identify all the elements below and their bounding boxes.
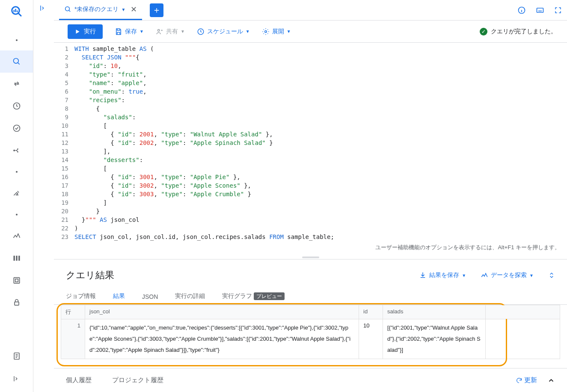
tab-exec-graph[interactable]: 実行グラフプレビュー [222,292,285,304]
editor-line[interactable]: 10 [ [54,121,567,130]
code-text[interactable]: "desserts": [73,156,143,164]
explore-button[interactable]: データを探索 ▼ [481,271,534,279]
line-number: 20 [54,207,73,215]
editor-line[interactable]: 23SELECT json_col, json_col.id, json_col… [54,233,567,241]
sidebar-item-notes[interactable] [0,345,33,367]
code-text[interactable]: ) [73,224,78,233]
new-tab-button[interactable]: ＋ [150,3,163,17]
col-salads[interactable]: salads [383,305,486,319]
save-button[interactable]: 保存 ▼ [115,28,144,35]
sidebar-item-analytics-hub[interactable] [0,117,33,139]
editor-line[interactable]: 13 ], [54,147,567,156]
close-icon[interactable]: ✕ [131,5,137,14]
editor-line[interactable]: 3 "id": 10, [54,62,567,70]
save-results-button[interactable]: 結果を保存 ▼ [419,271,466,279]
code-text[interactable]: [ [73,121,107,130]
keyboard-icon[interactable] [535,6,545,15]
sidebar-item-sql[interactable] [0,50,33,73]
editor-line[interactable]: 20 } [54,207,567,215]
code-text[interactable]: { [73,104,100,113]
code-text[interactable]: "on_menu": true, [73,87,147,96]
sidebar-item-settings[interactable] [0,182,33,204]
tab-job-info[interactable]: ジョブ情報 [66,292,96,304]
editor-line[interactable]: 14 "desserts": [54,156,567,164]
editor-line[interactable]: 8 { [54,104,567,113]
code-text[interactable]: ], [73,147,110,156]
code-text[interactable]: SELECT JSON """{ [73,53,140,62]
svg-rect-14 [15,279,18,282]
tab-exec-detail[interactable]: 実行の詳細 [175,292,205,304]
code-text[interactable]: { "id": 2001, "type": "Walnut Apple Sala… [73,130,273,139]
editor-line[interactable]: 9 "salads": [54,113,567,121]
preview-badge: プレビュー [254,292,285,300]
tab-result[interactable]: 結果 [113,292,125,304]
run-button[interactable]: 実行 [68,24,103,39]
personal-history-tab[interactable]: 個人履歴 [66,376,92,384]
code-text[interactable]: "id": 10, [73,62,122,70]
fullscreen-icon[interactable] [554,6,562,14]
code-text[interactable]: { "id": 3003, "type": "Apple Crumble" } [73,190,251,198]
svg-point-22 [264,30,267,32]
chevron-down-icon[interactable]: ▼ [121,7,125,12]
sidebar-item-transfers[interactable] [0,73,33,95]
separator-dot-icon [16,214,18,215]
sidebar-item-bi-engine[interactable] [0,269,33,292]
code-text[interactable]: { "id": 3002, "type": "Apple Scones" }, [73,181,251,190]
code-text[interactable]: "name": "apple", [73,79,147,87]
chevron-up-icon[interactable] [547,377,555,384]
line-number: 23 [54,233,73,241]
editor-line[interactable]: 17 { "id": 3002, "type": "Apple Scones" … [54,181,567,190]
editor-line[interactable]: 7 "recipes": [54,96,567,104]
editor-line[interactable]: 4 "type": "fruit", [54,70,567,79]
col-id[interactable]: id [359,305,383,319]
info-icon[interactable] [517,6,526,15]
code-text[interactable]: "recipes": [73,96,125,104]
sidebar-item-policy[interactable] [0,292,33,314]
code-text[interactable]: { "id": 3001, "type": "Apple Pie" }, [73,173,240,181]
editor-line[interactable]: 6 "on_menu": true, [54,87,567,96]
code-text[interactable]: [ [73,164,107,173]
results-title: クエリ結果 [66,269,114,282]
editor-line[interactable]: 21 }""" AS json_col [54,215,567,224]
col-row[interactable]: 行 [61,305,85,319]
svg-rect-10 [13,256,15,261]
editor-line[interactable]: 22) [54,224,567,233]
sql-editor[interactable]: 1WITH sample_table AS (2 SELECT JSON """… [54,43,567,241]
code-text[interactable]: WITH sample_table AS ( [73,44,154,53]
sidebar-item-dataform[interactable] [0,139,33,162]
code-text[interactable]: }""" AS json_col [73,215,140,224]
expand-more-button[interactable]: 展開 ▼ [262,28,291,35]
sidebar-item-scheduled[interactable] [0,95,33,117]
sidebar-item-monitoring[interactable] [0,225,33,247]
col-json[interactable]: json_col [85,305,359,319]
code-text[interactable]: "salads": [73,113,136,121]
editor-line[interactable]: 19 ] [54,198,567,207]
query-tab-unsaved[interactable]: *未保存のクエリ ▼ ✕ [59,0,142,20]
cell-json-text: {"id":10,"name":"apple","on_menu":true,"… [89,322,354,356]
editor-line[interactable]: 2 SELECT JSON """{ [54,53,567,62]
rail-expand-icon[interactable] [9,371,25,387]
editor-line[interactable]: 1WITH sample_table AS ( [54,44,567,53]
editor-line[interactable]: 5 "name": "apple", [54,79,567,87]
code-text[interactable]: SELECT json_col, json_col.id, json_col.r… [73,233,334,241]
code-text[interactable]: { "id": 2002, "type": "Apple Spinach Sal… [73,139,273,147]
schedule-button[interactable]: スケジュール ▼ [197,28,250,35]
editor-line[interactable]: 16 { "id": 3001, "type": "Apple Pie" }, [54,173,567,181]
code-text[interactable]: } [73,207,100,215]
explorer-expand-icon[interactable] [33,0,54,16]
run-label: 実行 [84,28,96,35]
code-text[interactable]: "type": "fruit", [73,70,147,79]
editor-line[interactable]: 12 { "id": 2002, "type": "Apple Spinach … [54,139,567,147]
resize-handle[interactable] [54,256,567,259]
editor-line[interactable]: 18 { "id": 3003, "type": "Apple Crumble"… [54,190,567,198]
sidebar-item-capacity[interactable] [0,247,33,269]
editor-line[interactable]: 11 { "id": 2001, "type": "Walnut Apple S… [54,130,567,139]
line-number: 4 [54,70,73,79]
editor-line[interactable]: 15 [ [54,164,567,173]
project-history-tab[interactable]: プロジェクト履歴 [112,376,163,384]
chevron-down-icon: ▼ [246,29,250,34]
tab-json[interactable]: JSON [142,293,158,304]
expand-collapse-icon[interactable] [548,271,555,280]
refresh-button[interactable]: 更新 [516,376,537,384]
code-text[interactable]: ] [73,198,107,207]
